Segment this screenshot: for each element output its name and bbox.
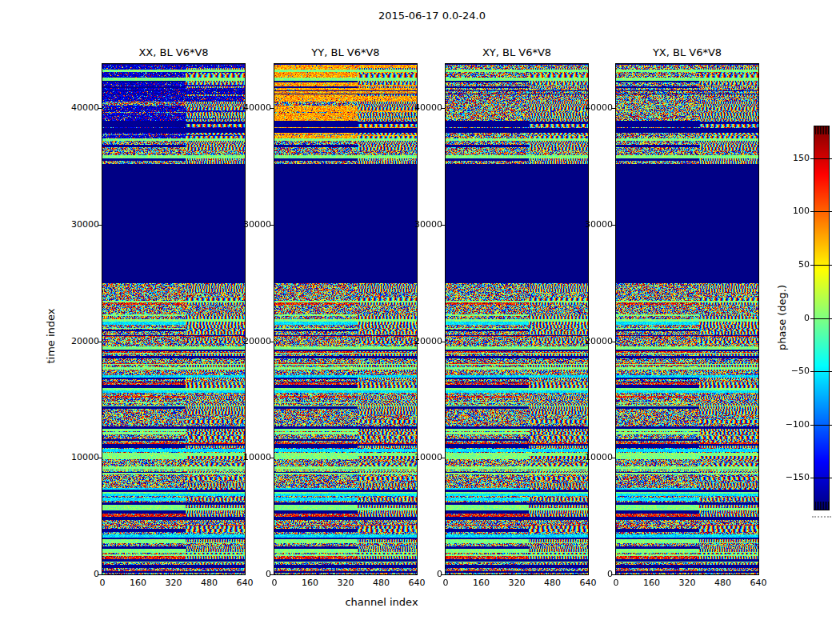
x-tick-label-yy: 320: [338, 578, 354, 588]
heatmap-panel-xx: [102, 63, 246, 575]
y-tick-label-xy: 40000: [394, 103, 442, 113]
heatmap-canvas-yx: [616, 64, 758, 574]
colorbar-tick-label: 100: [774, 206, 810, 216]
colorbar-tick-mark: [810, 211, 832, 212]
y-tick-mark: [270, 458, 274, 458]
colorbar-tick-label: 150: [774, 154, 810, 163]
x-axis-label: channel index: [345, 596, 418, 608]
panel-title-xy: XY, BL V6*V8: [430, 46, 604, 58]
y-tick-label-yy: 30000: [223, 220, 271, 230]
x-tick-label-yy: 480: [373, 578, 390, 588]
colorbar-tick-mark: [810, 425, 832, 426]
heatmap-panel-xy: [445, 63, 589, 575]
panel-title-yy: YY, BL V6*V8: [258, 46, 433, 58]
colorbar-tick-label: −50: [774, 366, 810, 376]
y-tick-label-xx: 10000: [51, 453, 99, 462]
panel-title-yx: YX, BL V6*V8: [600, 46, 774, 58]
y-tick-label-yy: 40000: [223, 103, 271, 113]
heatmap-canvas-xy: [446, 64, 588, 574]
y-tick-mark: [270, 108, 274, 109]
figure: 2015-06-17 0.0-24.0 time index channel i…: [0, 0, 840, 640]
y-tick-label-xy: 0: [394, 570, 442, 579]
y-tick-mark: [270, 342, 274, 342]
y-tick-mark: [441, 342, 445, 342]
figure-title: 2015-06-17 0.0-24.0: [0, 10, 840, 22]
y-tick-label-yx: 40000: [565, 103, 613, 113]
y-tick-mark: [441, 574, 445, 575]
x-tick-label-yy: 640: [409, 578, 426, 588]
colorbar-tick-mark: [810, 371, 832, 372]
y-tick-label-yx: 20000: [565, 337, 613, 346]
x-tick-label-yx: 160: [643, 578, 660, 588]
colorbar-tick-mark: [810, 478, 832, 478]
y-tick-label-yy: 10000: [223, 453, 271, 462]
colorbar-tick-label: 50: [774, 260, 810, 270]
x-tick-label-xx: 480: [201, 578, 218, 588]
heatmap-canvas-xx: [102, 64, 245, 574]
y-tick-label-yx: 0: [565, 570, 613, 579]
x-tick-label-yx: 320: [679, 578, 696, 588]
y-tick-label-xy: 30000: [394, 220, 442, 230]
y-tick-label-xy: 10000: [394, 453, 442, 462]
x-tick-label-yx: 0: [614, 578, 619, 588]
y-tick-label-yy: 0: [223, 570, 271, 579]
colorbar-dotted-edge: [812, 516, 831, 518]
x-tick-label-xy: 0: [443, 578, 449, 588]
y-tick-mark: [611, 225, 615, 226]
x-tick-label-xy: 640: [580, 578, 597, 588]
y-tick-mark: [441, 225, 445, 226]
heatmap-canvas-yy: [274, 64, 417, 574]
colorbar-tick-mark: [810, 318, 832, 319]
y-tick-label-yy: 20000: [223, 337, 271, 346]
y-tick-mark: [611, 342, 615, 342]
y-tick-mark: [98, 225, 102, 226]
x-tick-label-xy: 480: [544, 578, 561, 588]
y-tick-mark: [98, 574, 102, 575]
x-tick-label-yx: 480: [714, 578, 731, 588]
y-tick-mark: [98, 108, 102, 109]
y-tick-mark: [441, 458, 445, 458]
colorbar-tick-mark: [810, 265, 832, 266]
x-tick-label-xy: 320: [509, 578, 526, 588]
colorbar-tick-mark: [810, 158, 832, 159]
x-tick-label-xx: 160: [130, 578, 146, 588]
panel-title-xx: XX, BL V6*V8: [86, 46, 261, 58]
y-tick-label-yx: 30000: [565, 220, 613, 230]
y-tick-label-xx: 0: [51, 570, 99, 579]
y-tick-mark: [270, 225, 274, 226]
y-tick-mark: [611, 458, 615, 458]
x-tick-label-xx: 0: [100, 578, 106, 588]
y-tick-mark: [98, 458, 102, 458]
y-tick-mark: [98, 342, 102, 342]
y-tick-mark: [270, 574, 274, 575]
y-tick-label-xy: 20000: [394, 337, 442, 346]
y-tick-mark: [611, 574, 615, 575]
y-tick-label-xx: 20000: [51, 337, 99, 346]
x-tick-label-xy: 160: [473, 578, 490, 588]
heatmap-panel-yx: [615, 63, 759, 575]
y-tick-mark: [441, 108, 445, 109]
colorbar-tick-label: −150: [774, 473, 810, 482]
y-tick-label-xx: 40000: [51, 103, 99, 113]
colorbar-tick-label: −100: [774, 420, 810, 430]
heatmap-panel-yy: [274, 63, 418, 575]
y-tick-mark: [611, 108, 615, 109]
x-tick-label-xx: 320: [166, 578, 182, 588]
x-tick-label-yy: 160: [302, 578, 318, 588]
colorbar-tick-label: 0: [774, 314, 810, 323]
y-tick-label-yx: 10000: [565, 453, 613, 462]
x-tick-label-yy: 0: [272, 578, 278, 588]
x-tick-label-xx: 640: [237, 578, 254, 588]
x-tick-label-yx: 640: [750, 578, 767, 588]
y-tick-label-xx: 30000: [51, 220, 99, 230]
